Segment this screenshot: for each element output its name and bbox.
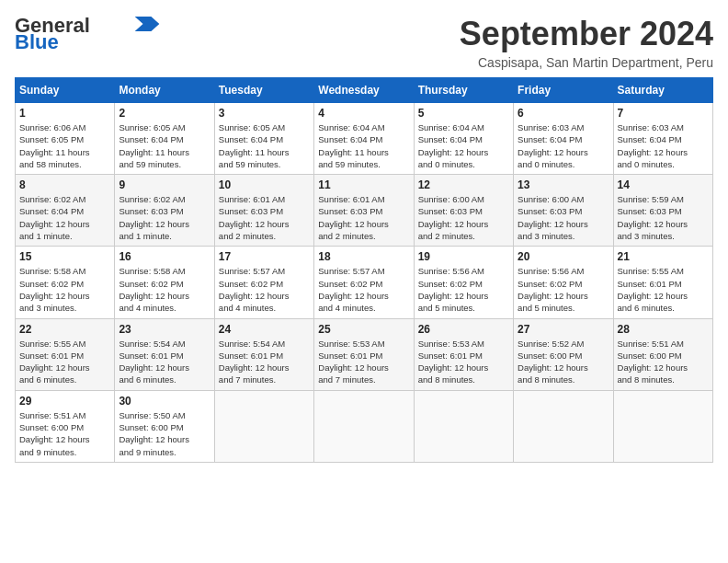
weekday-header-friday: Friday [514,78,613,103]
day-info: Sunrise: 5:56 AMSunset: 6:02 PMDaylight:… [418,265,509,314]
calendar-cell: 28Sunrise: 5:51 AMSunset: 6:00 PMDayligh… [613,318,712,390]
calendar-cell: 4Sunrise: 6:04 AMSunset: 6:04 PMDaylight… [314,103,414,175]
calendar-cell: 25Sunrise: 5:53 AMSunset: 6:01 PMDayligh… [314,318,414,390]
calendar-week-1: 1Sunrise: 6:06 AMSunset: 6:05 PMDaylight… [16,103,713,175]
day-number: 2 [119,107,210,120]
day-info: Sunrise: 5:50 AMSunset: 6:00 PMDaylight:… [119,409,210,458]
day-number: 30 [119,395,210,408]
day-info: Sunrise: 5:53 AMSunset: 6:01 PMDaylight:… [318,338,409,386]
day-info: Sunrise: 5:51 AMSunset: 6:00 PMDaylight:… [618,338,709,386]
calendar-cell: 16Sunrise: 5:58 AMSunset: 6:02 PMDayligh… [115,247,214,318]
day-info: Sunrise: 6:02 AMSunset: 6:04 PMDaylight:… [19,193,110,242]
calendar-cell: 3Sunrise: 6:05 AMSunset: 6:04 PMDaylight… [214,103,313,175]
calendar-cell: 6Sunrise: 6:03 AMSunset: 6:04 PMDaylight… [514,103,613,175]
calendar-cell: 27Sunrise: 5:52 AMSunset: 6:00 PMDayligh… [514,318,613,390]
day-number: 17 [219,250,310,263]
day-number: 10 [219,178,310,191]
day-number: 12 [418,178,509,191]
day-number: 22 [19,323,110,336]
day-info: Sunrise: 5:58 AMSunset: 6:02 PMDaylight:… [119,265,210,314]
calendar-cell: 8Sunrise: 6:02 AMSunset: 6:04 PMDaylight… [16,175,115,247]
day-info: Sunrise: 5:57 AMSunset: 6:02 PMDaylight:… [318,265,409,314]
calendar-cell: 20Sunrise: 5:56 AMSunset: 6:02 PMDayligh… [514,247,613,318]
day-info: Sunrise: 6:02 AMSunset: 6:03 PMDaylight:… [119,193,210,242]
month-title: September 2024 [460,15,713,53]
day-number: 18 [318,250,409,263]
calendar-cell [314,390,414,462]
calendar-cell: 21Sunrise: 5:55 AMSunset: 6:01 PMDayligh… [613,247,712,318]
day-number: 27 [518,323,609,336]
day-number: 21 [618,250,709,263]
day-number: 14 [618,178,709,191]
day-number: 29 [19,395,110,408]
day-info: Sunrise: 6:01 AMSunset: 6:03 PMDaylight:… [219,193,310,242]
calendar-cell: 22Sunrise: 5:55 AMSunset: 6:01 PMDayligh… [16,318,115,390]
day-number: 1 [19,107,110,120]
day-number: 11 [318,178,409,191]
weekday-header-tuesday: Tuesday [214,78,313,103]
calendar-header-row: SundayMondayTuesdayWednesdayThursdayFrid… [16,78,713,103]
day-number: 19 [418,250,509,263]
calendar-cell: 14Sunrise: 5:59 AMSunset: 6:03 PMDayligh… [613,175,712,247]
day-info: Sunrise: 6:00 AMSunset: 6:03 PMDaylight:… [418,193,509,242]
calendar-week-3: 15Sunrise: 5:58 AMSunset: 6:02 PMDayligh… [16,247,713,318]
calendar-cell [414,390,513,462]
day-number: 5 [418,107,509,120]
calendar-cell: 1Sunrise: 6:06 AMSunset: 6:05 PMDaylight… [16,103,115,175]
calendar-cell: 13Sunrise: 6:00 AMSunset: 6:03 PMDayligh… [514,175,613,247]
calendar-cell: 10Sunrise: 6:01 AMSunset: 6:03 PMDayligh… [214,175,313,247]
weekday-header-wednesday: Wednesday [314,78,414,103]
day-number: 26 [418,323,509,336]
day-info: Sunrise: 6:03 AMSunset: 6:04 PMDaylight:… [618,121,709,170]
calendar-cell: 5Sunrise: 6:04 AMSunset: 6:04 PMDaylight… [414,103,513,175]
day-info: Sunrise: 6:01 AMSunset: 6:03 PMDaylight:… [318,193,409,242]
weekday-header-thursday: Thursday [414,78,513,103]
day-number: 16 [119,250,210,263]
day-info: Sunrise: 5:52 AMSunset: 6:00 PMDaylight:… [518,338,609,386]
day-info: Sunrise: 5:54 AMSunset: 6:01 PMDaylight:… [119,338,210,386]
page-header: General Blue September 2024 Caspisapa, S… [15,15,713,70]
day-info: Sunrise: 5:53 AMSunset: 6:01 PMDaylight:… [418,338,509,386]
day-number: 28 [618,323,709,336]
day-info: Sunrise: 5:56 AMSunset: 6:02 PMDaylight:… [518,265,609,314]
calendar-week-4: 22Sunrise: 5:55 AMSunset: 6:01 PMDayligh… [16,318,713,390]
location-subtitle: Caspisapa, San Martin Department, Peru [460,55,713,70]
calendar-week-2: 8Sunrise: 6:02 AMSunset: 6:04 PMDaylight… [16,175,713,247]
calendar-cell: 17Sunrise: 5:57 AMSunset: 6:02 PMDayligh… [214,247,313,318]
day-number: 25 [318,323,409,336]
day-number: 8 [19,178,110,191]
calendar-cell [514,390,613,462]
day-info: Sunrise: 6:04 AMSunset: 6:04 PMDaylight:… [418,121,509,170]
day-info: Sunrise: 5:59 AMSunset: 6:03 PMDaylight:… [618,193,709,242]
day-info: Sunrise: 5:51 AMSunset: 6:00 PMDaylight:… [19,409,110,458]
calendar-cell: 26Sunrise: 5:53 AMSunset: 6:01 PMDayligh… [414,318,513,390]
calendar-cell: 11Sunrise: 6:01 AMSunset: 6:03 PMDayligh… [314,175,414,247]
logo-icon [134,17,160,31]
weekday-header-saturday: Saturday [613,78,712,103]
calendar-cell: 23Sunrise: 5:54 AMSunset: 6:01 PMDayligh… [115,318,214,390]
calendar-cell: 30Sunrise: 5:50 AMSunset: 6:00 PMDayligh… [115,390,214,462]
calendar-cell: 15Sunrise: 5:58 AMSunset: 6:02 PMDayligh… [16,247,115,318]
logo: General Blue [15,15,160,53]
weekday-header-monday: Monday [115,78,214,103]
day-info: Sunrise: 6:05 AMSunset: 6:04 PMDaylight:… [219,121,310,170]
day-info: Sunrise: 6:05 AMSunset: 6:04 PMDaylight:… [119,121,210,170]
day-info: Sunrise: 5:58 AMSunset: 6:02 PMDaylight:… [19,265,110,314]
day-number: 15 [19,250,110,263]
day-info: Sunrise: 5:55 AMSunset: 6:01 PMDaylight:… [19,338,110,386]
day-number: 7 [618,107,709,120]
day-info: Sunrise: 5:54 AMSunset: 6:01 PMDaylight:… [219,338,310,386]
calendar-cell: 12Sunrise: 6:00 AMSunset: 6:03 PMDayligh… [414,175,513,247]
title-block: September 2024 Caspisapa, San Martin Dep… [460,15,713,70]
calendar-cell: 19Sunrise: 5:56 AMSunset: 6:02 PMDayligh… [414,247,513,318]
day-number: 9 [119,178,210,191]
day-number: 4 [318,107,409,120]
day-number: 13 [518,178,609,191]
day-info: Sunrise: 6:06 AMSunset: 6:05 PMDaylight:… [19,121,110,170]
calendar-cell: 2Sunrise: 6:05 AMSunset: 6:04 PMDaylight… [115,103,214,175]
day-number: 24 [219,323,310,336]
calendar-cell: 7Sunrise: 6:03 AMSunset: 6:04 PMDaylight… [613,103,712,175]
calendar-table: SundayMondayTuesdayWednesdayThursdayFrid… [15,77,713,463]
day-info: Sunrise: 5:55 AMSunset: 6:01 PMDaylight:… [618,265,709,314]
day-number: 23 [119,323,210,336]
